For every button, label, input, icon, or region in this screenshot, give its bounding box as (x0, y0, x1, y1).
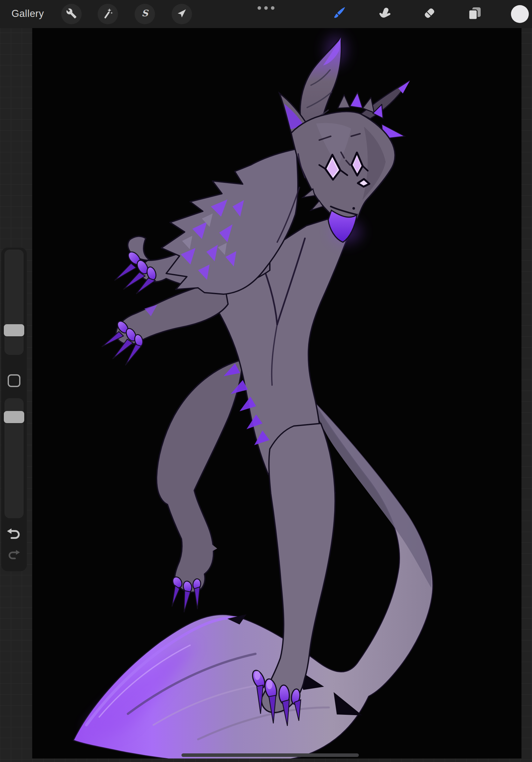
svg-text:S: S (142, 8, 149, 19)
opacity-handle[interactable] (4, 411, 24, 423)
magic-wand-icon (102, 8, 113, 20)
s-curve-icon: S (139, 8, 150, 20)
wrench-icon (66, 8, 77, 20)
color-swatch-circle (511, 5, 529, 23)
layers-icon (467, 6, 482, 22)
drawing-canvas[interactable] (32, 28, 521, 758)
selection-button[interactable]: S (135, 4, 155, 24)
transform-button[interactable] (171, 4, 192, 24)
color-button[interactable] (511, 5, 529, 23)
smudge-finger-icon (377, 6, 391, 22)
undo-button[interactable] (6, 528, 22, 541)
modify-button[interactable] (8, 374, 21, 387)
paintbrush-icon (331, 6, 346, 22)
home-indicator[interactable] (181, 753, 359, 757)
adjustments-button[interactable] (98, 4, 118, 24)
move-arrow-icon (177, 8, 187, 20)
artwork-creature-painting (32, 28, 521, 758)
canvas-options-button[interactable] (258, 6, 275, 10)
layers-button[interactable] (467, 6, 482, 22)
three-dots-icon (271, 6, 275, 10)
undo-icon (6, 537, 22, 542)
procreate-screen: Gallery S (0, 0, 532, 762)
brush-sidebar (1, 248, 27, 571)
smudge-tool-button[interactable] (377, 6, 391, 22)
gallery-button[interactable]: Gallery (12, 8, 44, 20)
brush-size-handle[interactable] (4, 324, 24, 336)
redo-button[interactable] (7, 550, 21, 561)
paint-tool-button[interactable] (331, 6, 346, 22)
three-dots-icon (258, 6, 261, 10)
actions-button[interactable] (61, 4, 82, 24)
brush-size-slider[interactable] (4, 250, 24, 355)
top-toolbar: Gallery S (0, 0, 532, 28)
erase-tool-button[interactable] (422, 6, 436, 22)
three-dots-icon (264, 6, 268, 10)
eraser-icon (422, 6, 436, 22)
redo-icon (7, 557, 21, 562)
